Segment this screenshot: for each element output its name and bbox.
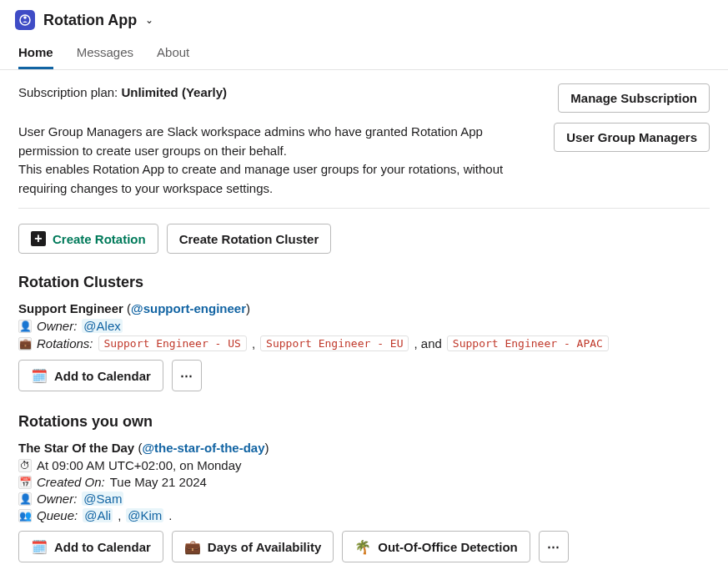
owner-label: Owner: <box>37 319 77 333</box>
app-logo <box>15 10 35 30</box>
app-title[interactable]: Rotation App <box>43 12 137 29</box>
queue-member-link[interactable]: @Kim <box>126 508 163 522</box>
calendar-small-icon: 📅 <box>18 476 32 489</box>
cluster-item: Support Engineer (@support-engineer) 👤 O… <box>18 301 710 391</box>
availability-label: Days of Availability <box>208 540 321 554</box>
cluster-handle-link[interactable]: @support-engineer <box>131 301 246 315</box>
subscription-label: Subscription plan: <box>18 85 121 99</box>
ooo-detection-button[interactable]: 🌴 Out-Of-Office Detection <box>342 531 530 562</box>
calendar-icon: 🗓️ <box>31 539 48 555</box>
add-to-calendar-button[interactable]: 🗓️ Add to Calendar <box>18 531 163 562</box>
briefcase-icon: 💼 <box>184 539 201 555</box>
more-actions-button[interactable]: ⋯ <box>172 360 202 391</box>
chevron-down-icon[interactable]: ⌄ <box>145 14 153 26</box>
create-rotation-button[interactable]: + Create Rotation <box>18 224 158 254</box>
person-icon: 👤 <box>18 492 32 506</box>
created-label: Created On: <box>37 475 105 489</box>
svg-point-1 <box>23 16 27 19</box>
rotation-handle-link[interactable]: @the-star-of-the-day <box>142 441 264 455</box>
owner-label: Owner: <box>37 492 77 506</box>
plus-icon: + <box>31 231 46 246</box>
tab-messages[interactable]: Messages <box>77 37 133 69</box>
divider <box>18 208 710 209</box>
rotation-logo-icon <box>18 13 32 27</box>
owner-link[interactable]: @Sam <box>82 492 123 506</box>
tab-about[interactable]: About <box>157 37 189 69</box>
rotation-tag[interactable]: Support Engineer - EU <box>260 335 409 351</box>
more-actions-button[interactable]: ⋯ <box>539 531 569 562</box>
owner-link[interactable]: @Alex <box>82 319 122 333</box>
tab-home[interactable]: Home <box>18 37 53 69</box>
rotation-clusters-heading: Rotation Clusters <box>18 274 710 291</box>
created-date: Tue May 21 2024 <box>110 475 207 489</box>
ugm-line1: User Group Managers are Slack workspace … <box>18 123 534 160</box>
rotations-label: Rotations: <box>37 336 93 350</box>
add-calendar-label: Add to Calendar <box>54 540 151 554</box>
ugm-line2: This enables Rotation App to create and … <box>18 160 534 198</box>
rotation-name: The Star Of the Day <box>18 441 134 455</box>
queue-member-link[interactable]: @Ali <box>83 508 113 522</box>
tabs: Home Messages About <box>0 37 728 70</box>
rotation-schedule: At 09:00 AM UTC+02:00, on Monday <box>37 458 242 472</box>
subscription-plan: Unlimited (Yearly) <box>121 85 227 99</box>
rotation-tag[interactable]: Support Engineer - US <box>98 335 247 351</box>
briefcase-icon: 💼 <box>18 337 32 350</box>
rotations-owned-heading: Rotations you own <box>18 413 710 431</box>
days-availability-button[interactable]: 💼 Days of Availability <box>172 531 334 562</box>
create-rotation-cluster-button[interactable]: Create Rotation Cluster <box>167 224 332 254</box>
add-to-calendar-button[interactable]: 🗓️ Add to Calendar <box>18 360 163 391</box>
person-icon: 👤 <box>18 320 32 333</box>
subscription-text: Subscription plan: Unlimited (Yearly) <box>18 83 538 103</box>
queue-label: Queue: <box>37 508 78 522</box>
create-rotation-label: Create Rotation <box>53 232 146 246</box>
palm-icon: 🌴 <box>354 539 371 555</box>
ugm-description: User Group Managers are Slack workspace … <box>18 123 534 198</box>
rotation-item: The Star Of the Day (@the-star-of-the-da… <box>18 441 710 562</box>
rotation-tag[interactable]: Support Engineer - APAC <box>447 335 609 351</box>
cluster-name: Support Engineer <box>18 301 123 315</box>
ooo-label: Out-Of-Office Detection <box>378 540 518 554</box>
user-group-managers-button[interactable]: User Group Managers <box>554 123 710 152</box>
add-calendar-label: Add to Calendar <box>54 369 151 383</box>
manage-subscription-button[interactable]: Manage Subscription <box>558 83 710 113</box>
calendar-icon: 🗓️ <box>31 368 48 384</box>
clock-icon: ⏱ <box>18 459 32 472</box>
people-icon: 👥 <box>18 509 32 522</box>
